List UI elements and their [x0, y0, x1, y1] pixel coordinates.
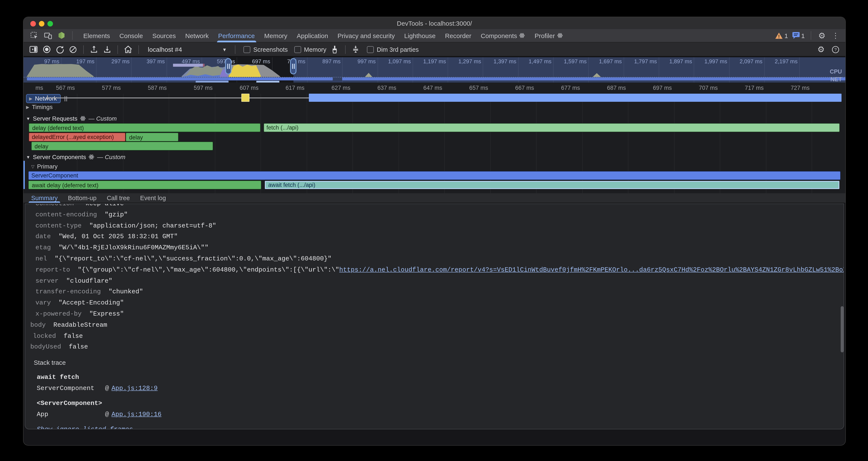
- report-to-link[interactable]: https://a.nel.cloudflare.com/report/v4?s…: [339, 266, 844, 274]
- details-tab-event-log[interactable]: Event log: [135, 193, 171, 203]
- inspect-element-icon[interactable]: [29, 31, 39, 40]
- header-key: etag: [35, 244, 51, 252]
- show-ignore-listed-link[interactable]: Show ignore-listed frames: [25, 424, 844, 429]
- device-toolbar-icon[interactable]: [43, 31, 53, 40]
- header-value: "keep-alive": [82, 204, 128, 207]
- tab-profiler[interactable]: Profiler: [530, 29, 568, 42]
- network-bar[interactable]: [241, 94, 250, 102]
- collapse-triangle-icon[interactable]: ▽: [31, 164, 34, 169]
- selection-handle-right[interactable]: [290, 58, 297, 75]
- details-tab-call-tree[interactable]: Call tree: [102, 193, 135, 203]
- warnings-badge[interactable]: 1: [776, 32, 788, 39]
- reload-record-button[interactable]: [55, 45, 64, 54]
- details-tab-summary[interactable]: Summary: [26, 193, 63, 203]
- timeline-overview[interactable]: 97 ms197 ms297 ms397 ms497 ms597 ms697 m…: [24, 57, 845, 83]
- titlebar[interactable]: DevTools - localhost:3000/: [24, 17, 845, 29]
- collapse-icon[interactable]: [351, 45, 361, 54]
- header-value: false: [64, 333, 83, 340]
- expand-triangle-icon[interactable]: ▶: [26, 105, 29, 109]
- server-request-bar[interactable]: delayedError (...ayed exception): [29, 133, 125, 141]
- expand-triangle-icon[interactable]: ▶: [29, 96, 32, 101]
- server-request-bar[interactable]: fetch (.../api): [264, 123, 839, 132]
- server-request-bar[interactable]: delay: [126, 133, 178, 141]
- tab-recorder[interactable]: Recorder: [440, 29, 476, 42]
- save-profile-icon[interactable]: [102, 45, 112, 54]
- collect-garbage-icon[interactable]: [330, 45, 340, 54]
- selected-group-indicator: [24, 161, 25, 189]
- server-component-bar[interactable]: await fetch (.../api): [265, 181, 839, 189]
- memory-checkbox[interactable]: Memory: [294, 46, 327, 53]
- timings-track-row: ▶Timings: [24, 103, 845, 112]
- collapse-triangle-icon[interactable]: ▼: [26, 116, 30, 121]
- header-row: locked false: [25, 331, 844, 342]
- tab-components[interactable]: Components: [476, 29, 530, 42]
- server-components-header-label[interactable]: ▼Server Components— Custom: [26, 153, 125, 161]
- scrollbar-thumb[interactable]: [841, 306, 844, 352]
- home-icon[interactable]: [123, 45, 133, 54]
- network-whisker: [47, 97, 309, 98]
- header-key: nel: [35, 255, 47, 263]
- details-tab-label: Event log: [140, 195, 166, 201]
- flame-chart[interactable]: ms567 ms577 ms587 ms597 ms607 ms617 ms62…: [24, 83, 845, 193]
- dim-3rd-parties-checkbox[interactable]: Dim 3rd parties: [367, 46, 419, 53]
- server-component-bar[interactable]: ServerComponent: [29, 172, 840, 180]
- collapse-triangle-icon[interactable]: ▼: [26, 154, 30, 159]
- server-component-bar[interactable]: await delay (deferred text): [29, 181, 261, 189]
- tab-network[interactable]: Network: [181, 29, 213, 42]
- issues-badge[interactable]: 1: [792, 32, 805, 39]
- header-value: "Wed, 01 Oct 2025 18:32:01 GMT": [59, 233, 178, 240]
- tab-elements[interactable]: Elements: [79, 29, 115, 42]
- stack-frame: ServerComponent@App.js:128:9: [25, 383, 844, 394]
- ruler-tick-label: 607 ms: [224, 85, 259, 91]
- tab-privacy-and-security[interactable]: Privacy and security: [333, 29, 399, 42]
- header-key: locked: [33, 333, 56, 340]
- history-select[interactable]: localhost #4 ▼: [145, 45, 229, 54]
- stack-frame: App@App.js:190:16: [25, 409, 844, 421]
- server-requests-header: ▼Server Requests— Custom: [24, 115, 845, 123]
- screenshots-checkbox[interactable]: Screenshots: [244, 46, 288, 53]
- tab-application[interactable]: Application: [292, 29, 333, 42]
- server-requests-row: delay (deferred text)fetch (.../api): [24, 123, 845, 132]
- network-bar[interactable]: [309, 94, 841, 102]
- primary-group-label[interactable]: ▽Primary: [31, 163, 58, 170]
- track-grip-icon[interactable]: [64, 96, 67, 101]
- network-track-label[interactable]: ▶Network: [26, 94, 67, 103]
- node-icon[interactable]: [57, 31, 66, 40]
- cpu-lane-label: CPU: [830, 68, 842, 75]
- frame-function: ServerComponent: [37, 383, 105, 394]
- ruler-tick-label: 727 ms: [776, 85, 810, 91]
- selection-handle-left[interactable]: [225, 58, 231, 75]
- frame-source-link[interactable]: App.js:128:9: [112, 385, 158, 392]
- header-row: x-powered-by "Express": [25, 309, 844, 320]
- frame-source-link[interactable]: App.js:190:16: [112, 411, 161, 418]
- toggle-sidebar-icon[interactable]: [29, 45, 38, 54]
- tab-label: Application: [297, 32, 328, 39]
- header-value: "Express": [89, 311, 124, 318]
- help-icon[interactable]: ?: [831, 45, 840, 54]
- ruler-tick-label: 627 ms: [316, 85, 350, 91]
- kebab-menu-icon[interactable]: ⋮: [831, 31, 840, 40]
- timings-track-label[interactable]: ▶Timings: [26, 104, 53, 110]
- tab-memory[interactable]: Memory: [259, 29, 292, 42]
- tab-console[interactable]: Console: [115, 29, 148, 42]
- track-title: Timings: [32, 104, 53, 110]
- panel-settings-gear-icon[interactable]: ⚙: [816, 45, 826, 54]
- server-request-bar[interactable]: delay: [32, 142, 213, 150]
- load-profile-icon[interactable]: [89, 45, 99, 54]
- server-request-bar[interactable]: delay (deferred text): [29, 123, 260, 132]
- active-tab-underline: [29, 201, 60, 203]
- ruler-tick-label: 677 ms: [546, 85, 580, 91]
- server-requests-header-label[interactable]: ▼Server Requests— Custom: [26, 115, 117, 122]
- record-button[interactable]: [42, 45, 51, 54]
- header-key: report-to: [35, 266, 70, 274]
- tab-sources[interactable]: Sources: [148, 29, 181, 42]
- tab-lighthouse[interactable]: Lighthouse: [400, 29, 440, 42]
- header-row: server "cloudflare": [25, 276, 844, 287]
- tab-performance[interactable]: Performance: [213, 29, 259, 42]
- clear-button[interactable]: [68, 45, 78, 54]
- ruler-tick-label: 617 ms: [270, 85, 305, 91]
- settings-gear-icon[interactable]: ⚙: [817, 31, 827, 40]
- details-tab-bottom-up[interactable]: Bottom-up: [63, 193, 102, 203]
- ruler-tick-label: 567 ms: [41, 85, 75, 91]
- network-track-chip[interactable]: ▶Network: [26, 94, 61, 103]
